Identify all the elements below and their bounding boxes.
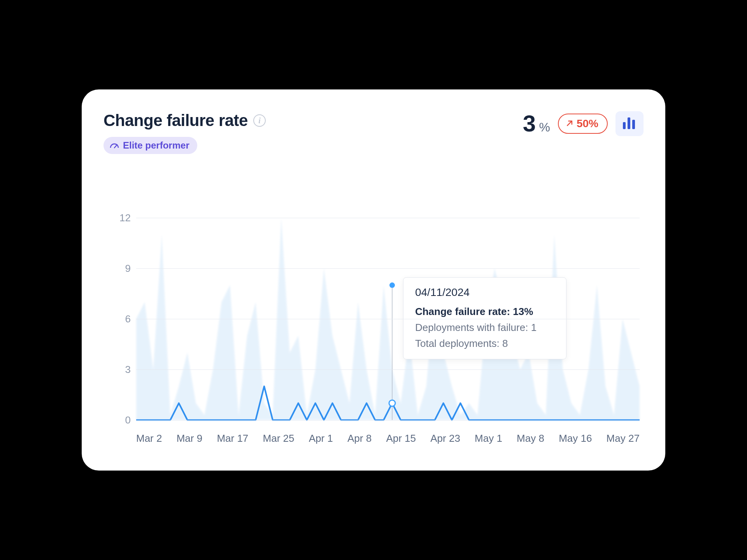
performance-badge: Elite performer <box>103 137 197 154</box>
trend-value: 50% <box>577 117 598 130</box>
grid-line <box>136 268 640 269</box>
header-left: Change failure rate i Elite performer <box>103 111 266 154</box>
plot-area[interactable]: 04/11/2024 Change failure rate: 13% Depl… <box>136 218 640 420</box>
svg-rect-3 <box>632 120 635 129</box>
svg-point-6 <box>389 400 395 406</box>
x-tick-label: May 1 <box>475 432 502 444</box>
card-header: Change failure rate i Elite performer 3 … <box>103 111 644 154</box>
grid-line <box>136 369 640 370</box>
chart-type-button[interactable] <box>615 111 644 136</box>
x-tick-label: Mar 9 <box>177 432 202 444</box>
bar-chart-icon <box>622 116 637 131</box>
title-row: Change failure rate i <box>103 111 266 130</box>
x-tick-label: May 8 <box>517 432 544 444</box>
x-tick-label: May 16 <box>559 432 592 444</box>
grid-line <box>136 420 640 420</box>
card-title: Change failure rate <box>103 111 248 130</box>
y-tick-label: 12 <box>115 212 131 224</box>
metric-card: Change failure rate i Elite performer 3 … <box>82 89 665 471</box>
x-tick-label: Apr 23 <box>430 432 460 444</box>
y-tick-label: 3 <box>115 364 131 376</box>
svg-rect-1 <box>623 122 626 129</box>
tooltip-date: 04/11/2024 <box>415 286 554 299</box>
tooltip-row-1: Change failure rate: 13% <box>415 306 554 318</box>
y-tick-label: 6 <box>115 313 131 325</box>
x-tick-label: Mar 17 <box>217 432 248 444</box>
grid-line <box>136 218 640 218</box>
grid-line <box>136 319 640 319</box>
x-tick-label: Mar 2 <box>136 432 162 444</box>
tooltip-row-3: Total deployments: 8 <box>415 338 554 350</box>
svg-line-0 <box>114 145 117 148</box>
x-tick-label: Apr 1 <box>309 432 333 444</box>
arrow-up-right-icon <box>566 117 573 130</box>
x-axis: Mar 2Mar 9Mar 17Mar 25Apr 1Apr 8Apr 15Ap… <box>136 428 640 451</box>
metric-value-wrap: 3 % <box>523 112 550 135</box>
chart-tooltip: 04/11/2024 Change failure rate: 13% Depl… <box>403 277 566 359</box>
svg-point-5 <box>389 282 395 288</box>
badge-label: Elite performer <box>123 140 189 151</box>
chart: 04/11/2024 Change failure rate: 13% Depl… <box>103 206 644 451</box>
info-icon[interactable]: i <box>253 114 266 127</box>
x-tick-label: May 27 <box>607 432 640 444</box>
x-tick-label: Mar 25 <box>263 432 295 444</box>
gauge-icon <box>110 140 119 151</box>
header-right: 3 % 50% <box>523 111 644 136</box>
y-tick-label: 0 <box>115 414 131 426</box>
metric-value: 3 <box>523 110 536 136</box>
trend-pill: 50% <box>558 114 608 134</box>
x-tick-label: Apr 8 <box>347 432 372 444</box>
x-tick-label: Apr 15 <box>386 432 416 444</box>
metric-unit: % <box>539 120 550 134</box>
tooltip-row-2: Deployments with failure: 1 <box>415 322 554 334</box>
y-tick-label: 9 <box>115 262 131 275</box>
svg-rect-2 <box>628 117 630 129</box>
